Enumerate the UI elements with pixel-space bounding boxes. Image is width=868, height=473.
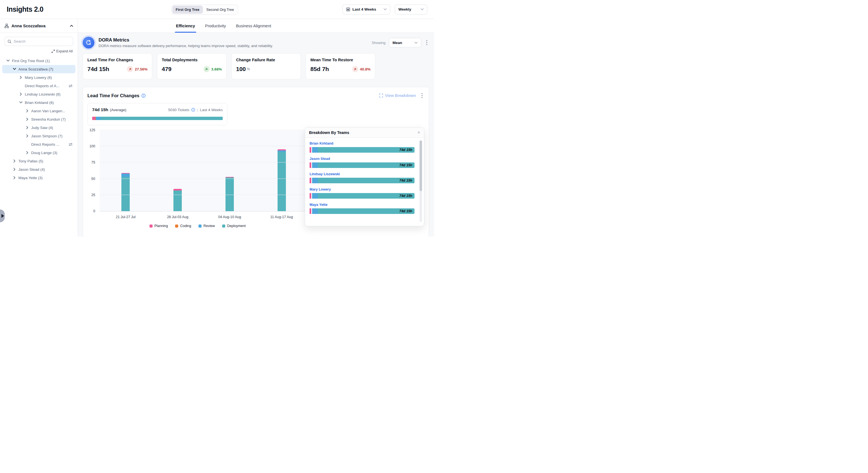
chevron-right-icon[interactable] (25, 117, 29, 121)
tree-item-mary-lowery[interactable]: Mary Lowery (6) (0, 73, 78, 82)
trend-percent: 3.68% (211, 67, 222, 71)
metric-title: Lead Time For Changes (87, 58, 148, 62)
metric-title: Mean Time To Restore (310, 58, 371, 62)
y-axis-tick-label: 50 (87, 177, 95, 181)
chevron-right-icon[interactable] (12, 168, 17, 171)
showing-select[interactable]: Mean (389, 38, 421, 47)
chevron-right-icon[interactable] (12, 159, 17, 163)
summary-period: Last 4 Weeks (200, 108, 223, 112)
dora-header-text: DORA Metrics DORA metrics measure softwa… (98, 37, 273, 48)
granularity-select[interactable]: Weekly (395, 4, 427, 14)
metric-card-total-deployments: Total Deployments 479 3.68% (157, 53, 227, 79)
x-axis-label: 21 Jul-27 Jul (100, 215, 152, 219)
date-range-select[interactable]: Last 4 Weeks (342, 4, 390, 14)
info-icon[interactable] (142, 94, 146, 98)
chart-plot-area: 0255075100125 (87, 130, 308, 211)
tree-item-label: Maya Yette (3) (19, 176, 42, 180)
search-input[interactable] (13, 39, 70, 43)
stacked-bar-4[interactable] (278, 149, 286, 211)
tab-business-alignment[interactable]: Business Alignment (236, 19, 271, 33)
date-range-value: Last 4 Weeks (352, 7, 376, 11)
team-phase-bar: 74d 15h (310, 193, 414, 199)
toggle-second-org-tree[interactable]: Second Org Tree (203, 6, 237, 13)
team-name-link[interactable]: Lindsay Liszewski (310, 172, 340, 176)
chevron-right-icon[interactable] (19, 76, 23, 79)
tree-item-tony-pallas[interactable]: Tony Pallas (5) (0, 157, 78, 165)
breakdown-by-teams-panel: Breakdown By Teams × Brian Kirkland 74d … (305, 127, 424, 226)
tree-item-jason-simpson[interactable]: Jason Simpson (7) (0, 132, 78, 140)
info-icon[interactable] (191, 108, 195, 112)
team-name-link[interactable]: Maya Yette (310, 203, 328, 207)
tree-item-maya-yette[interactable]: Maya Yette (3) (0, 174, 78, 182)
tree-item-sireesha-kunduri[interactable]: Sireesha Kunduri (7) (0, 115, 78, 123)
filter-sliders-icon[interactable] (68, 143, 73, 146)
bar-segment-planning (310, 193, 311, 199)
breakdown-panel-body: Brian Kirkland 74d 15h Jason Stead 74d 1… (305, 138, 424, 226)
tree-item-doug-lange[interactable]: Doug Lange (3) (0, 148, 78, 157)
tree-item-lindsay-liszewski[interactable]: Lindsay Liszewski (8) (0, 90, 78, 98)
tree-item-first-org-tree-root[interactable]: First Org Tree Root (1) (0, 57, 78, 65)
team-name-link[interactable]: Jason Stead (310, 157, 330, 161)
bar-segment-deployment: 74d 15h (318, 208, 414, 214)
tree-item-brian-kirkland[interactable]: Brian Kirkland (6) (0, 98, 78, 107)
showing-value: Mean (393, 41, 402, 45)
chevron-right-icon[interactable] (19, 92, 23, 96)
legend-item-review: Review (198, 224, 215, 228)
team-row-jason-stead: Jason Stead 74d 15h (310, 157, 414, 168)
toggle-first-org-tree[interactable]: First Org Tree (172, 6, 203, 13)
bar-segment-deployment (278, 152, 286, 211)
tree-item-direct-reports[interactable]: Direct Reports ... (0, 140, 78, 148)
chevron-right-icon[interactable] (25, 126, 29, 129)
chevron-down-icon[interactable] (12, 67, 17, 71)
metric-value: 74d 15h (87, 66, 109, 72)
x-axis-label: 11 Aug-17 Aug (255, 215, 308, 219)
tree-item-label: Jason Simpson (7) (31, 134, 63, 138)
stacked-bar-1[interactable] (121, 173, 130, 211)
chevron-spacer (25, 142, 29, 146)
tree-item-anna-scozzafava[interactable]: Anna Scozzafava (7) (2, 65, 75, 73)
chevron-down-icon (383, 8, 387, 10)
team-row-maya-yette: Maya Yette 74d 15h (310, 203, 414, 214)
chevron-right-icon[interactable] (25, 151, 29, 155)
expand-all-button[interactable]: Expand All (52, 49, 73, 53)
filter-sliders-icon[interactable] (68, 84, 73, 88)
tab-efficiency[interactable]: Efficiency (176, 19, 195, 33)
sidebar-search[interactable] (4, 37, 73, 46)
play-triangle-icon (1, 214, 4, 218)
y-axis-tick-label: 100 (87, 144, 95, 148)
panel-scrollbar-thumb[interactable] (420, 140, 422, 191)
tree-item-jason-stead[interactable]: Jason Stead (4) (0, 165, 78, 174)
metric-card-lead-time-for-changes: Lead Time For Changes 74d 15h 27.56% (83, 53, 152, 79)
chevron-down-icon[interactable] (6, 59, 10, 63)
top-header: Insights 2.0 First Org Tree Second Org T… (0, 0, 434, 19)
close-icon[interactable]: × (417, 130, 420, 135)
tree-item-direct-reports-of-a[interactable]: Direct Reports of A... (0, 82, 78, 90)
legend-swatch (222, 225, 225, 228)
chart-x-axis-labels: 21 Jul-27 Jul28 Jul-03 Aug04 Aug-10 Aug1… (100, 215, 308, 219)
legend-item-coding: Coding (175, 224, 191, 228)
panel-scrollbar[interactable] (420, 140, 422, 222)
breakdown-panel-header: Breakdown By Teams × (305, 127, 424, 138)
trend-badge: 40.8% (352, 66, 371, 72)
legend-swatch (175, 225, 178, 228)
tree-item-label: First Org Tree Root (1) (12, 59, 50, 63)
bar-segment-deployment (121, 177, 130, 211)
team-name-link[interactable]: Brian Kirkland (310, 142, 333, 145)
chevron-down-icon[interactable] (19, 100, 23, 105)
app-title: Insights 2.0 (7, 5, 43, 13)
chevron-right-icon[interactable] (25, 134, 29, 138)
summary-segment-planning (92, 117, 95, 120)
lead-time-kebab-menu-icon[interactable] (420, 92, 424, 99)
chevron-right-icon[interactable] (25, 109, 29, 113)
collapse-sidebar-chevron-icon[interactable] (70, 25, 73, 27)
tree-item-aaron-van-langen[interactable]: Aaron Van Langen... (0, 107, 78, 115)
tab-productivity[interactable]: Productivity (205, 19, 226, 33)
view-breakdown-button[interactable]: View Breakdown (379, 93, 416, 98)
legend-item-deployment: Deployment (222, 224, 246, 228)
stacked-bar-2[interactable] (174, 189, 182, 211)
chevron-right-icon[interactable] (12, 176, 17, 180)
dora-kebab-menu-icon[interactable] (425, 39, 429, 46)
tree-item-judy-saw[interactable]: Judy Saw (4) (0, 123, 78, 132)
team-name-link[interactable]: Mary Lowery (310, 187, 331, 191)
stacked-bar-3[interactable] (225, 177, 234, 211)
